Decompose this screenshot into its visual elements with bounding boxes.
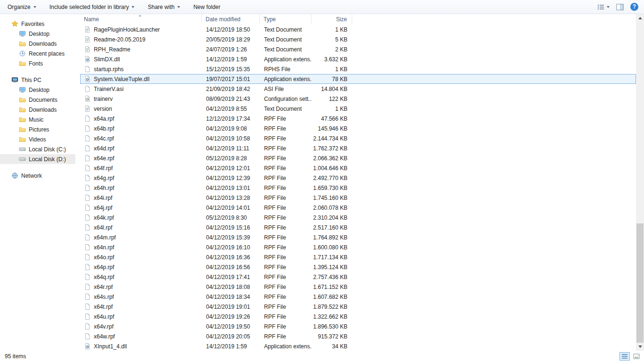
file-row[interactable]: x64d.rpf 04/12/2019 11:11 RPF File 1.762… <box>80 143 636 153</box>
include-in-library-button[interactable]: Include selected folder in library <box>50 4 135 10</box>
file-icon <box>84 323 91 330</box>
preview-pane-button[interactable] <box>616 4 624 10</box>
file-row[interactable]: x64r.rpf 04/12/2019 18:08 RPF File 1.671… <box>80 282 636 292</box>
file-date-modified: 04/12/2019 17:41 <box>202 274 260 280</box>
file-date-modified: 04/12/2019 18:34 <box>202 294 260 300</box>
sidebar-item-pictures[interactable]: Pictures <box>0 124 75 134</box>
file-row[interactable]: x64p.rpf 04/12/2019 16:56 RPF File 1.395… <box>80 262 636 272</box>
file-row[interactable]: startup.rphs 15/12/2019 15:35 RPHS File … <box>80 64 636 74</box>
scroll-down-button[interactable] <box>636 343 644 351</box>
thumbnails-view-icon <box>633 354 640 359</box>
file-size: 145.946 KB <box>312 125 352 132</box>
sidebar-item-desktop[interactable]: Desktop <box>0 29 75 39</box>
file-row[interactable]: x64w.rpf 04/12/2019 20:05 RPF File 915.3… <box>80 331 636 341</box>
column-header-name[interactable]: Name <box>80 14 202 25</box>
file-row[interactable]: x64s.rpf 04/12/2019 18:34 RPF File 1.607… <box>80 292 636 302</box>
sidebar-item-videos[interactable]: Videos <box>0 134 75 144</box>
column-header-date-modified[interactable]: Date modified <box>202 14 260 25</box>
file-row[interactable]: SlimDX.dll 14/12/2019 1:59 Application e… <box>80 54 636 64</box>
file-icon <box>84 333 91 340</box>
file-row[interactable]: x64h.rpf 04/12/2019 13:01 RPF File 1.659… <box>80 183 636 193</box>
vertical-scrollbar[interactable] <box>636 14 644 351</box>
file-date-modified: 24/07/2019 1:26 <box>202 46 260 53</box>
file-row[interactable]: x64e.rpf 05/12/2019 8:28 RPF File 2.066.… <box>80 153 636 163</box>
change-view-button[interactable] <box>597 4 610 10</box>
file-row[interactable]: x64j.rpf 04/12/2019 14:01 RPF File 2.060… <box>80 203 636 213</box>
column-header-size[interactable]: Size <box>312 14 352 25</box>
file-date-modified: 14/12/2019 1:59 <box>202 56 260 63</box>
file-row[interactable]: x64c.rpf 04/12/2019 10:58 RPF File 2.144… <box>80 133 636 143</box>
file-list-pane: Name Date modified Type Size RagePluginH… <box>75 14 636 351</box>
file-row[interactable]: trainerv 08/09/2019 21:43 Configuration … <box>80 94 636 104</box>
sidebar-item-documents[interactable]: Documents <box>0 95 75 105</box>
size-column-label: Size <box>336 16 347 23</box>
help-button[interactable]: ? <box>630 3 638 11</box>
file-icon <box>84 224 91 231</box>
file-size: 1 KB <box>312 66 352 73</box>
file-row[interactable]: x64i.rpf 04/12/2019 13:28 RPF File 1.745… <box>80 193 636 203</box>
scrollbar-thumb[interactable] <box>636 223 644 343</box>
folder-icon <box>19 96 26 103</box>
file-row[interactable]: x64g.rpf 04/12/2019 12:39 RPF File 2.492… <box>80 173 636 183</box>
file-row[interactable]: x64l.rpf 04/12/2019 15:16 RPF File 2.517… <box>80 222 636 232</box>
file-row[interactable]: System.ValueTuple.dll 19/07/2017 15:01 A… <box>80 74 636 84</box>
organize-button[interactable]: Organize <box>8 4 36 10</box>
file-size: 1.322.662 KB <box>312 313 352 320</box>
file-icon <box>84 115 91 122</box>
file-name: x64h.rpf <box>94 185 114 191</box>
sidebar-item-fonts[interactable]: Fonts <box>0 58 75 68</box>
file-row[interactable]: x64b.rpf 04/12/2019 9:08 RPF File 145.94… <box>80 123 636 133</box>
new-folder-button[interactable]: New folder <box>193 4 220 10</box>
details-view-toggle[interactable] <box>619 352 630 361</box>
sidebar-section-header[interactable]: Favorites <box>0 19 75 29</box>
new-folder-label: New folder <box>193 4 220 10</box>
file-row[interactable]: x64f.rpf 04/12/2019 12:01 RPF File 1.004… <box>80 163 636 173</box>
file-row[interactable]: x64a.rpf 12/12/2019 17:34 RPF File 47.56… <box>80 114 636 123</box>
file-row[interactable]: x64u.rpf 04/12/2019 19:26 RPF File 1.322… <box>80 312 636 321</box>
file-name: x64v.rpf <box>94 323 114 330</box>
share-with-button[interactable]: Share with <box>148 4 180 10</box>
sidebar-section-header[interactable]: This PC <box>0 75 75 85</box>
column-header-type[interactable]: Type <box>260 14 312 25</box>
scroll-up-button[interactable] <box>636 14 644 22</box>
chevron-down-icon <box>33 6 36 8</box>
file-date-modified: 21/09/2019 18:42 <box>202 86 260 92</box>
file-row[interactable]: XInput1_4.dll 14/12/2019 1:59 Applicatio… <box>80 341 636 351</box>
sidebar-item-downloads[interactable]: Downloads <box>0 105 75 115</box>
file-name: x64q.rpf <box>94 274 114 280</box>
file-date-modified: 08/09/2019 21:43 <box>202 96 260 102</box>
file-row[interactable]: x64n.rpf 04/12/2019 16:10 RPF File 1.600… <box>80 242 636 252</box>
sidebar-item-music[interactable]: Music <box>0 115 75 124</box>
file-row[interactable]: x64q.rpf 04/12/2019 17:41 RPF File 2.757… <box>80 272 636 282</box>
file-row[interactable]: x64v.rpf 04/12/2019 19:50 RPF File 1.896… <box>80 321 636 331</box>
file-date-modified: 14/12/2019 18:50 <box>202 26 260 33</box>
file-row[interactable]: TrainerV.asi 21/09/2019 18:42 ASI File 1… <box>80 84 636 94</box>
sidebar-item-local-disk-c[interactable]: Local Disk (C:) <box>0 144 75 154</box>
file-type: RPF File <box>260 333 312 340</box>
file-row[interactable]: RagePluginHookLauncher 14/12/2019 18:50 … <box>80 25 636 34</box>
file-row[interactable]: x64t.rpf 04/12/2019 19:01 RPF File 1.879… <box>80 302 636 312</box>
file-row[interactable]: RPH_Readme 24/07/2019 1:26 Text Document… <box>80 44 636 54</box>
file-row[interactable]: x64k.rpf 05/12/2019 8:30 RPF File 2.310.… <box>80 213 636 222</box>
sidebar-item-local-disk-d[interactable]: Local Disk (D:) <box>0 154 75 164</box>
file-size: 1.717.134 KB <box>312 254 352 261</box>
file-row[interactable]: Readme-20.05.2019 20/05/2019 18:29 Text … <box>80 34 636 44</box>
file-name: x64e.rpf <box>94 155 114 162</box>
sidebar-section-header[interactable]: Network <box>0 171 75 181</box>
file-name: x64m.rpf <box>94 234 116 241</box>
file-name: x64c.rpf <box>94 135 114 142</box>
sidebar-item-recent-places[interactable]: Recent places <box>0 49 75 58</box>
thumbnails-view-toggle[interactable] <box>631 352 642 361</box>
file-row[interactable]: x64o.rpf 04/12/2019 16:36 RPF File 1.717… <box>80 252 636 262</box>
file-name: trainerv <box>94 96 113 102</box>
sidebar-item-label: Local Disk (C:) <box>29 146 66 153</box>
sidebar-item-desktop[interactable]: Desktop <box>0 85 75 95</box>
file-name: x64t.rpf <box>94 304 113 310</box>
file-size: 1.671.152 KB <box>312 284 352 290</box>
file-row[interactable]: version 04/12/2019 8:55 Text Document 1 … <box>80 104 636 114</box>
file-name: x64b.rpf <box>94 125 114 132</box>
file-row[interactable]: x64m.rpf 04/12/2019 15:39 RPF File 1.764… <box>80 232 636 242</box>
sidebar-item-label: Documents <box>29 97 58 103</box>
file-date-modified: 04/12/2019 14:01 <box>202 205 260 211</box>
sidebar-item-downloads[interactable]: Downloads <box>0 39 75 49</box>
